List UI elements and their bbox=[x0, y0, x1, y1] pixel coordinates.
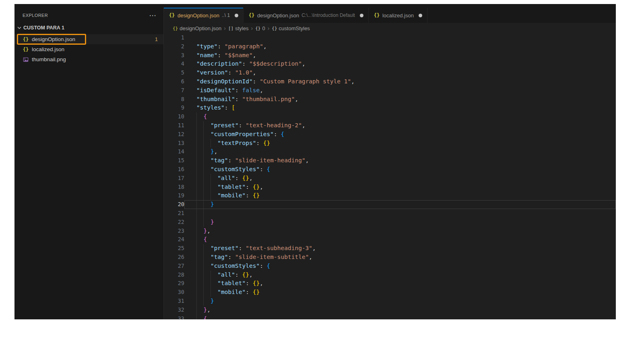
json-file-icon: {} bbox=[23, 37, 29, 42]
line-number: 23 bbox=[164, 227, 184, 236]
line-number: 1 bbox=[164, 33, 184, 42]
code-line-18[interactable]: 18"tablet": {}, bbox=[164, 183, 616, 192]
code-line-17[interactable]: 17"all": {}, bbox=[164, 174, 616, 183]
token: "tablet" bbox=[217, 280, 246, 286]
token: : bbox=[246, 184, 252, 190]
token: , bbox=[249, 271, 253, 278]
token: "type" bbox=[196, 43, 217, 50]
code-line-2[interactable]: 2"type": "paragraph", bbox=[164, 42, 616, 51]
code-editor[interactable]: 12"type": "paragraph",3"name": "$$name",… bbox=[164, 33, 616, 319]
code-line-33[interactable]: 33{ bbox=[164, 315, 616, 320]
code-line-24[interactable]: 24{ bbox=[164, 235, 616, 244]
code-line-22[interactable]: 22} bbox=[164, 218, 616, 227]
line-number: 20 bbox=[164, 200, 184, 209]
breadcrumb-separator-icon: › bbox=[224, 25, 226, 31]
code-line-13[interactable]: 13"textProps": {} bbox=[164, 139, 616, 148]
explorer-sidebar: EXPLORER ⋯ CUSTOM PARA 1 {}designOption.… bbox=[14, 8, 163, 319]
editor-tab-localized.json[interactable]: {}localized.json bbox=[369, 8, 427, 23]
code-line-27[interactable]: 27"customStyles": { bbox=[164, 262, 616, 271]
token: : bbox=[253, 78, 260, 85]
token: { bbox=[203, 113, 207, 120]
token: : bbox=[256, 140, 263, 146]
breadcrumb-item-styles[interactable]: []styles bbox=[228, 25, 248, 31]
code-line-11[interactable]: 11"preset": "text-heading-2", bbox=[164, 121, 616, 130]
line-number: 14 bbox=[164, 147, 184, 156]
code-line-19[interactable]: 19"mobile": {} bbox=[164, 191, 616, 200]
code-line-31[interactable]: 31} bbox=[164, 297, 616, 306]
breadcrumb-item-designOption.json[interactable]: {}designOption.json bbox=[173, 25, 221, 31]
breadcrumb-item-0[interactable]: {}0 bbox=[255, 25, 265, 31]
file-item-designOption.json[interactable]: {}designOption.json1 bbox=[14, 34, 163, 44]
line-number: 16 bbox=[164, 165, 184, 174]
code-line-10[interactable]: 10{ bbox=[164, 112, 616, 121]
token: "slide-item-subtitle" bbox=[235, 254, 309, 260]
code-line-29[interactable]: 29"tablet": {}, bbox=[164, 279, 616, 288]
code-line-15[interactable]: 15"tag": "slide-item-heading", bbox=[164, 156, 616, 165]
indent-guide bbox=[196, 156, 203, 165]
json-file-icon: {} bbox=[23, 47, 29, 52]
token: {} bbox=[253, 280, 260, 286]
code-line-30[interactable]: 30"mobile": {} bbox=[164, 288, 616, 297]
editor-tab-designOption.json[interactable]: {}designOption.json..\ 1 bbox=[164, 8, 244, 23]
code-line-9[interactable]: 9"styles": [ bbox=[164, 103, 616, 112]
indent-guide bbox=[203, 165, 210, 174]
code-line-16[interactable]: 16"customStyles": { bbox=[164, 165, 616, 174]
json-file-icon: {} bbox=[248, 12, 255, 18]
line-content: }, bbox=[184, 306, 616, 315]
json-file-icon: {} bbox=[169, 12, 175, 18]
code-line-14[interactable]: 14}, bbox=[164, 147, 616, 156]
token: "designOptionId" bbox=[196, 78, 253, 85]
more-actions-icon[interactable]: ⋯ bbox=[149, 12, 156, 19]
line-content: "description": "$$description", bbox=[184, 60, 616, 68]
token: "customStyles" bbox=[211, 263, 260, 269]
token: , bbox=[214, 148, 218, 155]
code-line-8[interactable]: 8"thumbnail": "thumbnail.png", bbox=[164, 95, 616, 104]
token: "customStyles" bbox=[211, 166, 260, 172]
token: : bbox=[228, 254, 235, 260]
indent-guide bbox=[203, 244, 210, 253]
token: : bbox=[217, 52, 224, 58]
indent-guide bbox=[203, 218, 210, 227]
line-content: "preset": "text-subheading-3", bbox=[184, 244, 616, 253]
code-line-7[interactable]: 7"isDefault": false, bbox=[164, 86, 616, 95]
code-line-1[interactable]: 1 bbox=[164, 33, 616, 42]
breadcrumb-item-customStyles[interactable]: {}customStyles bbox=[272, 25, 310, 31]
editor-tab-designOption.json[interactable]: {}designOption.jsonC:\...\Introduction D… bbox=[244, 8, 369, 23]
code-line-26[interactable]: 26"tag": "slide-item-subtitle", bbox=[164, 253, 616, 262]
line-content: "version": "1.0", bbox=[184, 68, 616, 77]
line-content: "designOptionId": "Custom Paragraph styl… bbox=[184, 77, 616, 86]
token: {} bbox=[242, 271, 249, 278]
code-line-23[interactable]: 23}, bbox=[164, 227, 616, 236]
line-content: "customStyles": { bbox=[184, 262, 616, 271]
code-line-32[interactable]: 32}, bbox=[164, 306, 616, 315]
token: , bbox=[312, 245, 316, 251]
line-content: "textProps": {} bbox=[184, 139, 616, 148]
code-line-6[interactable]: 6"designOptionId": "Custom Paragraph sty… bbox=[164, 77, 616, 86]
workbench: EXPLORER ⋯ CUSTOM PARA 1 {}designOption.… bbox=[14, 8, 616, 319]
line-content: } bbox=[184, 297, 616, 306]
token: "tablet" bbox=[217, 184, 246, 190]
code-line-28[interactable]: 28"all": {}, bbox=[164, 271, 616, 279]
file-name: thumbnail.png bbox=[32, 56, 66, 62]
file-item-thumbnail.png[interactable]: thumbnail.png bbox=[14, 54, 163, 64]
token: , bbox=[249, 175, 253, 181]
code-line-4[interactable]: 4"description": "$$description", bbox=[164, 60, 616, 68]
line-number: 33 bbox=[164, 315, 184, 320]
line-content: }, bbox=[184, 147, 616, 156]
indent-guide bbox=[196, 209, 203, 218]
folder-row-custom-para-1[interactable]: CUSTOM PARA 1 bbox=[14, 23, 163, 33]
code-line-25[interactable]: 25"preset": "text-subheading-3", bbox=[164, 244, 616, 253]
token: : bbox=[246, 280, 252, 286]
token: , bbox=[207, 306, 211, 313]
code-line-20[interactable]: 20} bbox=[164, 200, 616, 209]
code-line-12[interactable]: 12"customProperties": { bbox=[164, 130, 616, 139]
line-number: 11 bbox=[164, 121, 184, 130]
file-name: localized.json bbox=[32, 46, 64, 52]
line-content: "customProperties": { bbox=[184, 130, 616, 139]
code-line-3[interactable]: 3"name": "$$name", bbox=[164, 51, 616, 60]
line-content: "preset": "text-heading-2", bbox=[184, 121, 616, 130]
file-item-localized.json[interactable]: {}localized.json bbox=[14, 44, 163, 54]
indent-guide bbox=[196, 121, 203, 130]
code-line-21[interactable]: 21 bbox=[164, 209, 616, 218]
code-line-5[interactable]: 5"version": "1.0", bbox=[164, 68, 616, 77]
